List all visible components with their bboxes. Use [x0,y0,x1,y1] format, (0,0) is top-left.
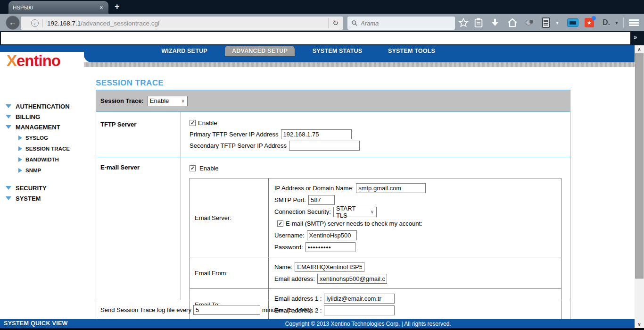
download-icon[interactable] [488,16,502,29]
bookmarks-bar[interactable] [1,32,630,44]
tftp-primary-label: Primary TFTP Server IP Address [190,131,279,138]
to-address1-input[interactable] [324,294,395,304]
bookmark-star-icon[interactable] [457,16,470,29]
xentino-logo: Xentino [7,52,60,70]
to-address2-input[interactable] [324,305,395,315]
chevron-down-icon: ∨ [371,209,374,214]
email-server-row: E-mail Server ✓ Enable Email Server: IP … [96,157,570,300]
from-name-label: Name: [274,263,292,271]
sidebar-item-session-trace[interactable]: SESSION TRACE [6,143,95,154]
email-server-row-label: Email Server: [190,178,269,257]
browser-chrome: HSP500 × + ← i 192.168.7.1 /advanced_ses… [0,0,644,45]
session-trace-select[interactable]: Enable ∨ [147,96,188,106]
new-tab-button[interactable]: + [115,2,120,12]
email-to-label: Email To: [190,289,269,320]
page-title: SESSION TRACE [96,78,164,88]
menu-hamburger-icon[interactable] [627,17,641,28]
tftp-enable-label: Enable [198,119,217,127]
back-button[interactable]: ← [6,16,20,30]
toolbar-divider [623,18,624,27]
sidebar-item-syslog[interactable]: SYSLOG [6,132,95,143]
search-icon [351,20,358,26]
site-header-strip [84,62,635,67]
addon-dropdown-caret-icon[interactable]: ▾ [553,16,561,29]
url-host: 192.168.7.1 [47,20,81,27]
addon-d-caret-icon[interactable]: ▾ [613,16,620,29]
email-from-row: Email From: Name: Email address: [190,257,561,289]
sidebar-item-system[interactable]: SYSTEM [6,193,95,203]
triangle-down-icon [6,186,11,190]
sidebar-item-authentication[interactable]: AUTHENTICATION [6,101,95,111]
sidebar-item-snmp[interactable]: SNMP [6,165,95,176]
tab-system-status[interactable]: SYSTEM STATUS [308,46,367,56]
search-input[interactable] [361,20,441,27]
tftp-server-label: TFTP Server [96,112,181,157]
chevron-down-icon: ∨ [181,98,184,103]
from-name-input[interactable] [295,262,364,272]
scrollbar-thumb[interactable] [635,53,644,279]
session-trace-label: Session Trace: [100,97,144,104]
tftp-secondary-label: Secondary TFTP Server IP Address [190,142,287,149]
session-trace-enable-row: Session Trace: Enable ∨ [96,90,570,112]
smtp-username-input[interactable] [307,230,357,240]
copyright-text: Copyright © 2013 Xentino Technologies Co… [285,321,451,327]
email-enable-checkbox[interactable]: ✓ [190,165,196,171]
site-info-icon[interactable]: i [31,19,39,27]
logo-text: entino [17,52,60,69]
triangle-down-icon [6,115,11,118]
sidebar-item-management[interactable]: MANAGEMENT [6,122,95,132]
email-server-settings-row: Email Server: IP Address or Domain Name:… [190,178,561,257]
home-icon[interactable] [506,16,519,29]
sidebar-item-billing[interactable]: BILLING [6,111,95,122]
send-interval-suffix: minutes. (5~1440) [262,306,312,313]
triangle-down-icon [6,196,11,200]
email-server-label: E-mail Server [96,157,181,300]
addon-red-icon[interactable]: ★ [583,16,596,29]
smtp-port-label: SMTP Port: [274,196,306,203]
tab-advanced-setup[interactable]: ADVANCED SETUP [225,46,295,56]
email-to-row: Email To: Email address 1 : Email addres… [190,289,561,320]
from-address-input[interactable] [317,274,387,284]
tab-close-icon[interactable]: × [99,4,104,11]
addon-battery-icon[interactable] [539,16,553,29]
send-interval-input[interactable] [193,305,260,315]
connection-security-select[interactable]: START TLS ∨ [333,207,377,217]
addon-d-icon[interactable]: D. [600,16,613,29]
system-quick-view-label[interactable]: SYSTEM QUICK VIEW [4,320,68,327]
url-separator [42,19,43,27]
smtp-password-label: Password: [274,244,303,251]
smtp-port-input[interactable] [308,195,335,205]
bookmarks-menu-icon[interactable] [472,16,485,29]
tftp-secondary-input[interactable] [289,141,360,151]
triangle-down-icon [6,104,11,108]
smtp-domain-label: IP Address or Domain Name: [274,185,354,192]
browser-tab[interactable]: HSP500 × [8,1,108,14]
addon-chat-icon[interactable] [566,16,579,29]
triangle-right-icon [18,168,22,173]
overflow-chevron-icon[interactable]: » [634,34,637,41]
from-address-label: Email address: [274,275,315,282]
browser-tab-title: HSP500 [13,5,99,10]
tab-wizard-setup[interactable]: WIZARD SETUP [156,46,213,56]
scroll-up-icon[interactable]: ∧ [635,45,644,53]
triangle-down-icon [6,125,11,129]
scroll-down-icon[interactable]: ∨ [635,320,644,328]
sidebar-item-bandwidth[interactable]: BANDWIDTH [6,154,95,165]
url-bar[interactable]: i 192.168.7.1 /advanced_sessiontrace.cgi… [21,17,343,30]
addon-tracker-icon[interactable] [523,16,536,29]
vertical-scrollbar[interactable]: ∧ ∨ [635,45,644,328]
smtp-auth-checkbox[interactable]: ✓ [277,220,283,227]
search-box[interactable] [347,17,455,30]
tftp-enable-checkbox[interactable]: ✓ [190,120,196,126]
reload-button[interactable]: ↻ [328,18,342,28]
smtp-username-label: Username: [274,232,305,239]
sidebar-item-security[interactable]: SECURITY [6,183,95,193]
smtp-password-input[interactable] [305,242,355,252]
tab-system-tools[interactable]: SYSTEM TOOLS [383,46,440,56]
tftp-primary-input[interactable] [281,129,352,139]
triangle-right-icon [18,157,22,162]
email-settings-table: Email Server: IP Address or Domain Name:… [190,178,561,321]
to-address1-label: Email address 1 : [274,295,322,302]
footer-black-strip [0,328,644,330]
smtp-domain-input[interactable] [356,183,426,193]
